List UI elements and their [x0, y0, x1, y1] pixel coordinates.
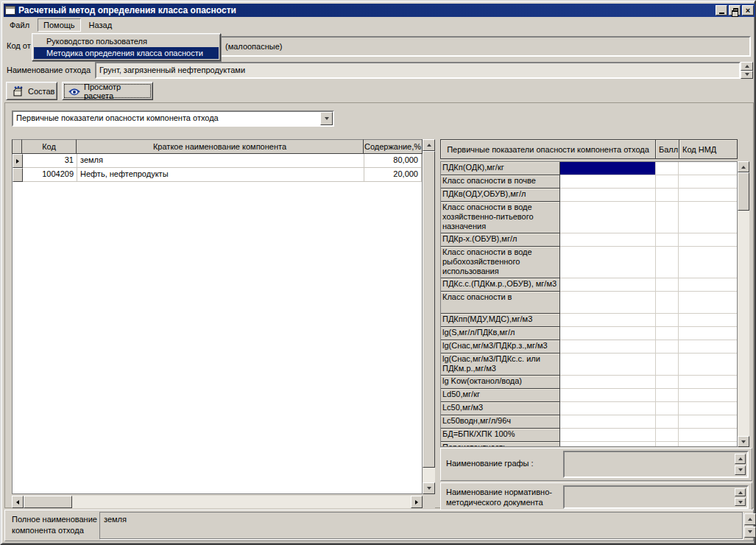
spin-up-button[interactable] [744, 513, 756, 525]
indicator-ball-cell[interactable] [656, 278, 679, 292]
indicator-row[interactable]: lg(Снас,мг/м3/ПДКр.з.,мг/м3 [441, 340, 737, 354]
indicator-group-select[interactable]: Первичные показатели опасности компонент… [12, 110, 334, 127]
components-hscrollbar[interactable] [12, 496, 423, 508]
indicator-row[interactable]: ПДКв(ОДУ,ОБУВ),мг/л [441, 189, 737, 202]
scroll-up-button[interactable] [738, 161, 749, 172]
scroll-right-button[interactable] [411, 496, 423, 508]
cell-content[interactable]: 80,000 [364, 154, 422, 168]
indicator-nmd-cell[interactable] [679, 233, 737, 247]
table-row[interactable]: 1004209Нефть, нефтепродукты20,000 [13, 168, 422, 182]
indicator-row[interactable]: Класс опасности в почве [441, 175, 737, 189]
indicator-nmd-cell[interactable] [679, 314, 737, 327]
indicator-nmd-cell[interactable] [679, 429, 737, 442]
indicator-row[interactable]: lg(S,мг/л/ПДКв,мг/л [441, 327, 737, 340]
indicator-value-cell[interactable] [560, 389, 656, 402]
indicator-value-cell[interactable] [560, 202, 656, 233]
indicator-ball-cell[interactable] [656, 415, 679, 429]
indicator-ball-cell[interactable] [656, 175, 679, 189]
indicator-value-cell[interactable] [560, 162, 656, 175]
indicator-nmd-cell[interactable] [679, 247, 737, 278]
spin-up-button[interactable] [735, 454, 746, 464]
indicator-row[interactable]: Класс опасности в воде рыбохозяйственног… [441, 247, 737, 278]
cell-name[interactable]: земля [77, 154, 364, 168]
indicator-ball-cell[interactable] [656, 442, 679, 447]
indicator-nmd-cell[interactable] [679, 175, 737, 189]
spin-down-button[interactable] [741, 71, 753, 80]
help-menu-item[interactable]: Руководство пользователя [34, 35, 219, 47]
cell-code[interactable]: 31 [23, 154, 77, 168]
cell-name[interactable]: Нефть, нефтепродукты [77, 168, 364, 182]
indicator-nmd-cell[interactable] [679, 292, 737, 314]
indicator-value-cell[interactable] [560, 327, 656, 340]
indicator-ball-cell[interactable] [656, 314, 679, 327]
components-vscrollbar[interactable] [423, 139, 435, 494]
indicator-ball-cell[interactable] [656, 162, 679, 175]
components-table-body[interactable]: 31земля80,0001004209Нефть, нефтепродукты… [12, 154, 423, 494]
close-button[interactable]: × [742, 5, 754, 15]
indicator-value-cell[interactable] [560, 376, 656, 389]
indicator-row[interactable]: ПДКпп(МДУ,МДС),мг/м3 [441, 314, 737, 327]
title-bar[interactable]: Расчетный метод определения класса опасн… [4, 4, 755, 17]
indicator-row[interactable]: ПДКр-х.(ОБУВ),мг/л [441, 233, 737, 247]
scroll-up-button[interactable] [423, 139, 435, 151]
spin-up-button[interactable] [741, 62, 753, 71]
full-component-name-field[interactable]: земля [99, 512, 743, 539]
spin-up-button[interactable] [735, 488, 746, 496]
scroll-down-button[interactable] [423, 482, 435, 494]
indicator-row[interactable]: Lc50водн,мг/л/96ч [441, 415, 737, 429]
indicator-nmd-cell[interactable] [679, 340, 737, 354]
combo-dropdown-button[interactable] [320, 112, 333, 125]
waste-name-field[interactable]: Грунт, загрязненный нефтепродуктами [95, 62, 741, 79]
minimize-button[interactable] [716, 5, 727, 15]
indicator-value-cell[interactable] [560, 278, 656, 292]
cell-content[interactable]: 20,000 [364, 168, 422, 182]
indicator-row[interactable]: Класс опасности в [441, 292, 737, 314]
scroll-left-button[interactable] [12, 496, 24, 508]
indicator-value-cell[interactable] [560, 402, 656, 415]
indicator-ball-cell[interactable] [656, 354, 679, 376]
indicator-row[interactable]: ПДКп(ОДК),мг/кг [441, 162, 737, 175]
spin-down-button[interactable] [735, 465, 746, 476]
indicator-value-cell[interactable] [560, 292, 656, 314]
indicator-ball-cell[interactable] [656, 389, 679, 402]
indicator-value-cell[interactable] [560, 314, 656, 327]
scroll-thumb[interactable] [423, 151, 435, 468]
indicator-value-cell[interactable] [560, 175, 656, 189]
indicator-value-cell[interactable] [560, 415, 656, 429]
indicator-ball-cell[interactable] [656, 340, 679, 354]
indicator-row[interactable]: Ld50,мг/кг [441, 389, 737, 402]
indicator-nmd-cell[interactable] [679, 354, 737, 376]
indicator-ball-cell[interactable] [656, 247, 679, 278]
indicator-nmd-cell[interactable] [679, 202, 737, 233]
indicator-nmd-cell[interactable] [679, 389, 737, 402]
indicator-nmd-cell[interactable] [679, 189, 737, 202]
indicator-row[interactable]: ПДКс.с.(ПДКм.р.,ОБУВ), мг/м3 [441, 278, 737, 292]
indicator-nmd-cell[interactable] [679, 278, 737, 292]
help-menu-item[interactable]: Методика определения класса опасности [34, 47, 219, 59]
indicator-row[interactable]: lg Kow(октанол/вода) [441, 376, 737, 389]
indicator-ball-cell[interactable] [656, 327, 679, 340]
indicator-row[interactable]: Класс опасности в воде хозяйственно-пить… [441, 202, 737, 233]
indicator-nmd-cell[interactable] [679, 402, 737, 415]
indicator-ball-cell[interactable] [656, 429, 679, 442]
indicator-value-cell[interactable] [560, 354, 656, 376]
indicator-nmd-cell[interactable] [679, 415, 737, 429]
spin-down-button[interactable] [735, 498, 746, 506]
menu-file[interactable]: Файл [4, 18, 35, 32]
indicator-ball-cell[interactable] [656, 233, 679, 247]
scroll-down-button[interactable] [738, 436, 749, 447]
tab-sostav[interactable]: Состав [6, 82, 57, 100]
indicator-nmd-cell[interactable] [679, 442, 737, 447]
indicator-nmd-cell[interactable] [679, 376, 737, 389]
indicator-value-cell[interactable] [560, 429, 656, 442]
table-row[interactable]: 31земля80,000 [13, 154, 422, 168]
indicators-vscrollbar[interactable] [738, 161, 749, 447]
indicator-value-cell[interactable] [560, 233, 656, 247]
indicator-nmd-cell[interactable] [679, 162, 737, 175]
menu-help[interactable]: Помощь [38, 18, 81, 32]
spin-down-button[interactable] [744, 527, 756, 538]
cell-code[interactable]: 1004209 [23, 168, 77, 182]
normative-doc-field[interactable] [563, 485, 749, 509]
indicators-table-body[interactable]: ПДКп(ОДК),мг/кгКласс опасности в почвеПД… [440, 161, 738, 447]
column-name-field[interactable] [563, 451, 749, 478]
